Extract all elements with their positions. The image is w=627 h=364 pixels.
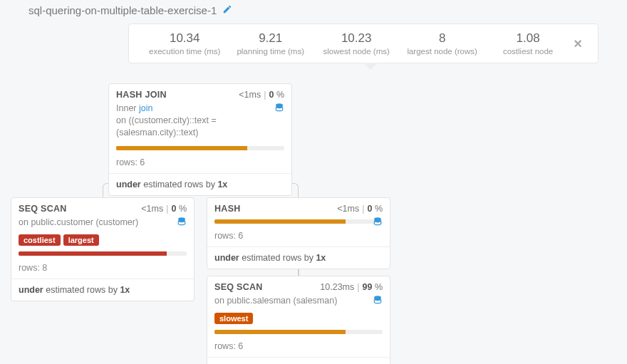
node-time: <1ms|0 %	[239, 90, 284, 100]
metric-label: slowest node (ms)	[314, 47, 399, 56]
database-icon[interactable]	[177, 217, 187, 230]
node-estimate: under estimated rows by 1x	[207, 357, 390, 364]
metric-value: 10.23	[314, 31, 399, 46]
metric-label: planning time (ms)	[227, 47, 313, 56]
node-detail: on public.salesman (salesman)	[207, 292, 390, 313]
node-estimate: under estimated rows by 1x	[207, 246, 390, 269]
node-time: 10.23ms|99 %	[320, 282, 383, 292]
node-estimate: under estimated rows by 1x	[11, 279, 194, 301]
metrics-bar: 10.34 execution time (ms) 9.21 planning …	[128, 24, 598, 63]
progress-bar	[11, 250, 194, 260]
node-rows: rows: 6	[109, 155, 291, 173]
node-rows: rows: 6	[207, 338, 390, 357]
node-time: <1ms|0 %	[141, 204, 187, 214]
close-icon[interactable]: ×	[571, 36, 585, 52]
metric-costliest-node: 1.08 costliest node	[485, 31, 571, 56]
database-icon[interactable]	[373, 295, 383, 308]
plan-node-seq-scan-customer[interactable]: SEQ SCAN <1ms|0 % on public.customer (cu…	[11, 197, 195, 301]
database-icon[interactable]	[373, 217, 383, 230]
node-rows: rows: 6	[207, 228, 390, 246]
database-icon[interactable]	[274, 103, 284, 116]
node-detail	[207, 214, 390, 222]
node-title: SEQ SCAN	[214, 282, 263, 292]
page-title: sql-quering-on-multiple-table-exercise-1	[28, 4, 217, 16]
node-title: HASH	[214, 204, 241, 214]
node-time: <1ms|0 %	[337, 204, 383, 214]
metric-planning-time: 9.21 planning time (ms)	[227, 31, 313, 56]
edit-icon[interactable]	[222, 4, 232, 16]
metric-value: 10.34	[142, 31, 227, 46]
metric-label: costliest node	[485, 47, 571, 56]
plan-node-seq-scan-salesman[interactable]: SEQ SCAN 10.23ms|99 % on public.salesman…	[207, 276, 390, 364]
metric-value: 9.21	[227, 31, 313, 46]
node-estimate: under estimated rows by 1x	[109, 173, 291, 195]
badge-largest: largest	[63, 234, 99, 246]
progress-bar	[207, 328, 390, 338]
plan-node-hash[interactable]: HASH <1ms|0 % rows: 6 under estimated ro…	[207, 197, 390, 269]
metric-label: execution time (ms)	[142, 47, 227, 56]
node-title: SEQ SCAN	[19, 204, 67, 214]
join-link[interactable]: join	[139, 103, 152, 113]
metric-label: largest node (rows)	[399, 47, 484, 56]
node-detail: Inner join on ((customer.city)::text = (…	[109, 100, 291, 145]
metric-value: 1.08	[485, 31, 571, 46]
progress-bar	[109, 145, 291, 155]
badge-costliest: costliest	[19, 234, 61, 246]
badge-slowest: slowest	[214, 313, 253, 324]
metric-execution-time: 10.34 execution time (ms)	[142, 31, 227, 56]
node-rows: rows: 8	[11, 260, 194, 279]
node-title: HASH JOIN	[116, 90, 167, 100]
plan-node-hash-join[interactable]: HASH JOIN <1ms|0 % Inner join on ((custo…	[108, 83, 292, 196]
metric-value: 8	[399, 31, 484, 46]
metric-largest-node: 8 largest node (rows)	[399, 31, 484, 56]
node-detail: on public.customer (customer)	[11, 214, 194, 234]
metric-slowest-node: 10.23 slowest node (ms)	[314, 31, 399, 56]
